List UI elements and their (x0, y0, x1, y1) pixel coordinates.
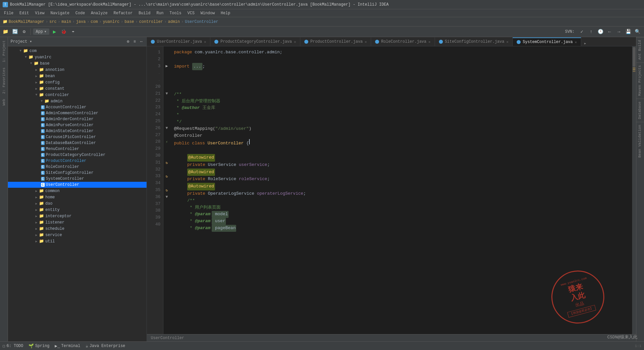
tree-item-ProductCategoryController[interactable]: C ProductCategoryController (8, 152, 147, 158)
tab-productcontroller[interactable]: ProductController.java ✕ (300, 37, 371, 46)
tab-rolecontroller[interactable]: RoleController.java ✕ (371, 37, 435, 46)
tab-siteconfigcontroller[interactable]: SiteConfigController.java ✕ (435, 37, 513, 46)
sync-btn[interactable]: 🔄 (11, 28, 19, 36)
tab-productcategory[interactable]: ProductCategoryController.java ✕ (210, 37, 300, 46)
tree-item-constant[interactable]: ▶ 📁 constant (8, 85, 147, 92)
menu-file[interactable]: File (1, 10, 16, 16)
menu-vcs[interactable]: VCS (185, 10, 197, 16)
tree-item-annotion[interactable]: ▶ 📁 annotion (8, 67, 147, 73)
tree-item-dao[interactable]: ▶ 📁 dao (8, 200, 147, 207)
tree-item-config[interactable]: ▶ 📁 config (8, 79, 147, 85)
tree-item-entity[interactable]: ▶ 📁 entity (8, 207, 147, 213)
back-btn[interactable]: ← (606, 28, 614, 36)
tree-item-admin[interactable]: ▼ 📁 admin (8, 98, 147, 104)
tree-item-AdminCommentController[interactable]: C AdminCommentController (8, 110, 147, 116)
tree-item-CarouselPicController[interactable]: C CarouselPicController (8, 134, 147, 140)
run-btn[interactable]: ▶ (51, 28, 59, 36)
tree-item-AdminPurseController[interactable]: C AdminPurseController (8, 122, 147, 128)
menu-tools[interactable]: Tools (167, 10, 184, 16)
tree-item-AdminOrderController[interactable]: C AdminOrderController (8, 116, 147, 122)
tree-item-base[interactable]: ▼ 📁 base (8, 60, 147, 67)
tree-item-AdminStateController[interactable]: C AdminStateController (8, 128, 147, 134)
search-btn[interactable]: 🔍 (633, 28, 641, 36)
menu-refactor[interactable]: Refactor (111, 10, 135, 16)
menu-build[interactable]: Build (136, 10, 153, 16)
scroll-marker (633, 69, 635, 70)
fold-icon[interactable]: ▶ (165, 64, 168, 69)
menu-analyze[interactable]: Analyze (88, 10, 110, 16)
tree-item-service[interactable]: ▶ 📁 service (8, 232, 147, 238)
folder-label: config (45, 80, 60, 85)
clock-btn[interactable]: 🕐 (596, 28, 604, 36)
tree-item-home[interactable]: ▶ 📁 home (8, 194, 147, 200)
side-tab-database[interactable]: Database (636, 99, 644, 122)
tree-item-SiteConfigController[interactable]: C SiteConfigController (8, 170, 147, 176)
java-enterprise-item[interactable]: ☕ Java Enterprise (86, 343, 125, 349)
folder-label: com (29, 49, 37, 53)
scroll-thumb[interactable] (633, 47, 635, 67)
expand-icon[interactable]: ↔ (139, 39, 144, 44)
tree-item-com[interactable]: ▼ 📁 com (8, 48, 147, 54)
terminal-item[interactable]: ▶_ Terminal (55, 343, 80, 349)
tab-usercontroller[interactable]: UserController.java ✕ (147, 37, 210, 46)
tree-item-ProductController[interactable]: C ProductController (8, 158, 147, 164)
spring-label: Spring (35, 344, 49, 348)
tab-file-icon (375, 40, 379, 44)
code-line: @Autowired (174, 154, 628, 162)
run-config[interactable]: App ▾ (33, 28, 49, 35)
spring-item[interactable]: 🌱 Spring (28, 343, 49, 349)
close-tab-icon[interactable]: ✕ (365, 40, 367, 44)
debug-btn[interactable]: 🐞 (60, 28, 68, 36)
tab-systemcontroller[interactable]: SystemController.java ✕ (513, 37, 581, 46)
side-tab-maven[interactable]: Maven Projects (636, 62, 644, 98)
todo-item[interactable]: ☐ 6: TODO (3, 343, 23, 349)
side-tab-beanvalidation[interactable]: Bean Validation (636, 122, 644, 160)
tree-item-AccountController[interactable]: C AccountController (8, 104, 147, 110)
tree-item-util[interactable]: ▶ 📁 util (8, 238, 147, 244)
tree-item-schedule[interactable]: ▶ 📁 schedule (8, 225, 147, 232)
tree-item-yuanlrc[interactable]: ▼ 📁 yuanlrc (8, 54, 147, 60)
tree-item-MenuController[interactable]: C MenuController (8, 146, 147, 152)
save-btn[interactable]: 💾 (624, 28, 632, 36)
more-tabs[interactable]: ▸ (581, 41, 589, 46)
tree-item-common[interactable]: ▶ 📁 common (8, 188, 147, 194)
fold-icon-comment[interactable]: ▼ (165, 195, 168, 199)
tree-item-bean[interactable]: ▶ 📁 bean (8, 73, 147, 79)
tree-item-listener[interactable]: ▶ 📁 listener (8, 219, 147, 225)
settings-btn[interactable]: ⚙ (20, 28, 28, 36)
menu-navigate[interactable]: Navigate (48, 10, 72, 16)
side-tab-antbuild[interactable]: Ant Build (636, 37, 644, 62)
tree-item-RoleController[interactable]: C RoleController (8, 164, 147, 170)
folder-icon: 📁 (39, 201, 44, 206)
menu-run[interactable]: Run (154, 10, 166, 16)
tree-item-controller[interactable]: ▼ 📁 controller (8, 92, 147, 98)
close-tab-icon[interactable]: ✕ (506, 40, 509, 44)
tree-item-DatabaseBakController[interactable]: C DatabaseBakController (8, 140, 147, 146)
favorites-tab[interactable]: 2: Favorites (1, 66, 7, 96)
menu-window[interactable]: Window (198, 10, 217, 16)
close-tab-icon[interactable]: ✕ (428, 40, 431, 44)
tree-item-interceptor[interactable]: ▶ 📁 interceptor (8, 213, 147, 219)
coverage-btn[interactable]: ☂ (69, 28, 77, 36)
project-tab[interactable]: 1: Project (1, 38, 7, 64)
close-tab-icon[interactable]: ✕ (575, 40, 577, 44)
forward-btn[interactable]: → (615, 28, 623, 36)
svn-update-btn[interactable]: ✓ (578, 28, 586, 36)
scrollbar[interactable] (632, 46, 636, 334)
close-tab-icon[interactable]: ✕ (204, 40, 206, 44)
collapse-icon[interactable]: ≡ (132, 39, 137, 44)
menu-view[interactable]: View (32, 10, 47, 16)
tree-item-UserController[interactable]: C UserController (8, 182, 147, 188)
fold-icon-javadoc[interactable]: ▼ (165, 91, 168, 96)
svn-commit-btn[interactable]: ↑ (587, 28, 595, 36)
gear-icon[interactable]: ⚙ (125, 39, 131, 44)
tree-item-SystemController[interactable]: C SystemController (8, 176, 147, 182)
web-tab[interactable]: Web (1, 97, 7, 108)
close-tab-icon[interactable]: ✕ (294, 40, 296, 44)
menu-edit[interactable]: Edit (17, 10, 32, 16)
tab-label: ProductCategoryController.java (220, 39, 292, 44)
import-collapsed: ... (192, 63, 202, 71)
fold-icon-class[interactable]: ▼ (165, 126, 168, 130)
menu-code[interactable]: Code (73, 10, 88, 16)
menu-help[interactable]: Help (218, 10, 233, 16)
